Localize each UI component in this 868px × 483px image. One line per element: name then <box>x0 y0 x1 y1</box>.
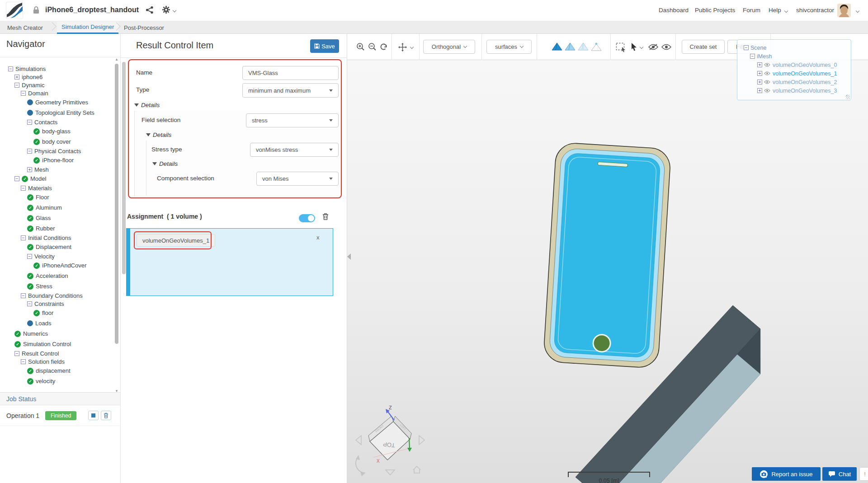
panel-resize-handle[interactable] <box>846 95 850 99</box>
tree-item[interactable]: Solution fields <box>4 357 114 366</box>
chat-button[interactable]: Chat <box>822 467 857 481</box>
phone-model[interactable] <box>543 142 671 369</box>
hide-eye-icon[interactable] <box>648 44 658 52</box>
tree-expander-icon[interactable] <box>757 71 762 76</box>
pan-move-icon[interactable] <box>398 42 407 54</box>
tab-simulation-designer[interactable]: Simulation Designer <box>57 21 118 34</box>
tree-expander-icon[interactable] <box>14 83 19 88</box>
canvas-3d[interactable]: TOP FRONT LEFT Z X <box>347 60 868 483</box>
settings-scrollbar[interactable] <box>122 57 126 374</box>
scene-volume-item[interactable]: volumeOnGeoVolumes_1 <box>743 69 851 78</box>
visibility-eye-icon[interactable] <box>764 62 770 68</box>
username-label[interactable]: shivcontractor <box>796 7 834 14</box>
tree-item[interactable]: Displacement <box>4 242 114 252</box>
tree-item[interactable]: Constraints <box>4 300 114 308</box>
tree-expander-icon[interactable] <box>27 120 32 125</box>
render-mode-button[interactable]: surfaces <box>486 40 532 54</box>
tree-item[interactable]: Loads <box>4 318 114 328</box>
avatar[interactable] <box>837 4 851 17</box>
projection-mode-button[interactable]: Orthogonal <box>423 40 475 54</box>
navigator-scrollbar[interactable]: ▲ ▼ <box>114 57 119 394</box>
scrollbar-thumb[interactable] <box>115 64 118 344</box>
tree-expander-icon[interactable] <box>14 75 19 80</box>
show-eye-icon[interactable] <box>661 44 671 52</box>
tree-item[interactable]: Boundary Conditions <box>4 291 114 300</box>
nav-dashboard[interactable]: Dashboard <box>659 7 689 14</box>
tree-item[interactable]: body-glass <box>4 126 114 136</box>
box-select-icon[interactable] <box>616 42 627 54</box>
scene-tree-root[interactable]: Scene <box>743 43 851 52</box>
tree-item[interactable]: Rubber <box>4 223 114 234</box>
details-toggle[interactable]: Details <box>134 102 160 108</box>
phone-screen[interactable] <box>554 153 661 358</box>
cursor-select-icon[interactable] <box>631 42 638 53</box>
tree-item[interactable]: Materials <box>4 184 114 192</box>
assignment-box[interactable]: volumeOnGeoVolumes_1 x <box>126 228 333 296</box>
orientation-cube[interactable]: TOP FRONT LEFT Z X <box>356 405 425 476</box>
cursor-dropdown-chevron[interactable] <box>640 45 643 49</box>
home-view-icon[interactable] <box>413 466 420 473</box>
user-dropdown-chevron[interactable] <box>856 9 859 13</box>
details-toggle[interactable]: Details <box>152 160 178 167</box>
simscale-logo[interactable] <box>6 2 23 19</box>
tetrahedron-solid-icon[interactable] <box>552 42 562 54</box>
field-selection-select[interactable]: stress <box>246 113 339 127</box>
scene-volume-item[interactable]: volumeOnGeoVolumes_3 <box>743 86 851 95</box>
tree-expander-icon[interactable] <box>757 62 762 67</box>
tree-item[interactable]: Stress <box>4 281 114 291</box>
tree-expander-icon[interactable] <box>27 254 32 259</box>
tetrahedron-wireframe-icon[interactable] <box>578 42 589 54</box>
tree-expander-icon[interactable] <box>757 80 762 84</box>
panel-collapse-handle[interactable] <box>347 253 351 260</box>
rotate-left-arrow-icon[interactable] <box>356 436 361 445</box>
scene-volume-item[interactable]: volumeOnGeoVolumes_0 <box>743 61 851 69</box>
details-toggle[interactable]: Details <box>146 131 171 138</box>
assignment-toggle[interactable] <box>299 214 315 222</box>
tree-item[interactable]: Glass <box>4 213 114 223</box>
tree-expander-icon[interactable] <box>744 45 749 50</box>
visibility-eye-icon[interactable] <box>764 88 770 94</box>
tree-item[interactable]: floor <box>4 308 114 318</box>
gear-dropdown-chevron[interactable] <box>173 9 176 12</box>
nav-help[interactable]: Help <box>769 7 781 14</box>
tree-expander-icon[interactable] <box>21 235 26 240</box>
tree-item[interactable]: body cover <box>4 136 114 147</box>
tree-item[interactable]: Floor <box>4 192 114 202</box>
tree-item[interactable]: displacement <box>4 366 114 376</box>
tree-item[interactable]: Simulation Control <box>4 339 114 349</box>
refresh-icon[interactable] <box>379 42 388 53</box>
tetrahedron-surface-icon[interactable] <box>565 42 576 54</box>
scene-tree-mesh[interactable]: iMesh <box>743 52 851 61</box>
stress-type-select[interactable]: vonMises stress <box>250 143 339 157</box>
gear-icon[interactable] <box>162 5 170 16</box>
tree-expander-icon[interactable] <box>27 301 32 306</box>
scene-volume-item[interactable]: volumeOnGeoVolumes_2 <box>743 78 851 86</box>
tree-expander-icon[interactable] <box>27 149 32 154</box>
tree-item[interactable]: Geometry Primitives <box>4 97 114 108</box>
tree-item[interactable]: Model <box>4 174 114 184</box>
nav-forum[interactable]: Forum <box>743 7 760 14</box>
tree-item[interactable]: iphone6 <box>4 73 114 81</box>
tree-item[interactable]: Numerics <box>4 328 114 339</box>
tree-item[interactable]: Contacts <box>4 118 114 126</box>
tree-item[interactable]: velocity <box>4 376 114 386</box>
assignment-delete-button[interactable] <box>322 213 329 222</box>
tree-item[interactable]: Acceleration <box>4 271 114 281</box>
report-issue-button[interactable]: Report an issue <box>752 467 821 481</box>
tetrahedron-points-icon[interactable] <box>591 42 602 54</box>
help-chevron-icon[interactable] <box>784 9 788 13</box>
tab-mesh-creator[interactable]: Mesh Creator <box>3 21 47 34</box>
tree-item[interactable]: Topological Entity Sets <box>4 108 114 118</box>
create-set-button[interactable]: Create set <box>682 40 725 54</box>
type-select[interactable]: minimum and maximum <box>242 83 339 98</box>
tree-expander-icon[interactable] <box>757 88 762 93</box>
tree-expander-icon[interactable] <box>14 176 19 181</box>
component-selection-select[interactable]: von Mises <box>256 172 339 186</box>
tree-item[interactable]: Physical Contacts <box>4 147 114 155</box>
tree-item[interactable]: Aluminum <box>4 202 114 213</box>
tree-item[interactable]: Velocity <box>4 252 114 260</box>
roll-rotate-arrow-icon[interactable] <box>356 458 363 473</box>
tab-post-processor[interactable]: Post-Processor <box>119 21 169 34</box>
rotate-down-arrow-icon[interactable] <box>386 470 395 475</box>
tree-item[interactable]: iPhone-floor <box>4 155 114 165</box>
